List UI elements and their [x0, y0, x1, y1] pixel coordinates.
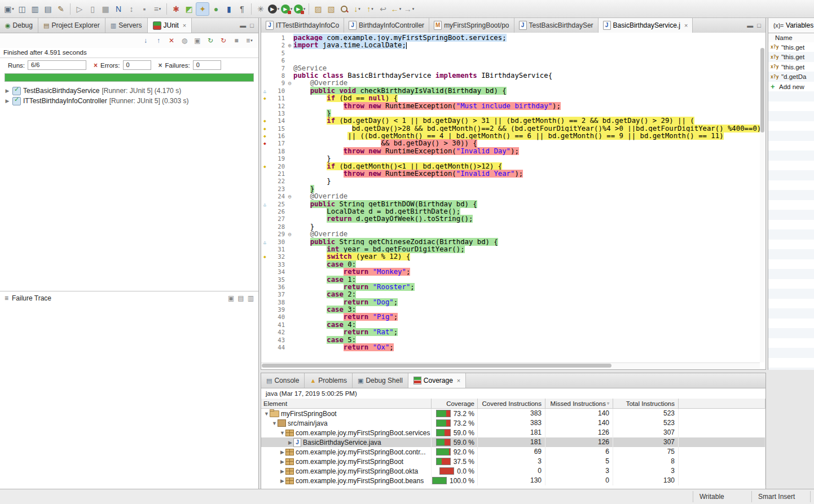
- rerun-failed-first-icon[interactable]: ↻: [218, 35, 229, 46]
- scroll-lock-icon[interactable]: ▣: [192, 35, 203, 46]
- prev-annotation-icon[interactable]: ↑▾: [364, 3, 376, 15]
- code-editor[interactable]: 1package com.example.joy.myFirstSpringBo…: [261, 33, 765, 369]
- expand-icon[interactable]: ▶: [279, 449, 285, 455]
- dropdown-arrow-icon[interactable]: ▾: [412, 7, 415, 11]
- scrollbar-thumb[interactable]: [262, 364, 611, 368]
- skip-breakpoints-icon[interactable]: ▷: [73, 3, 86, 15]
- expression-row[interactable]: x?y"d.getDa: [768, 72, 814, 82]
- edit-tool-icon[interactable]: ✎: [55, 3, 67, 15]
- collapse-icon[interactable]: ▼: [271, 421, 278, 426]
- last-edit-location-icon[interactable]: ↩: [377, 3, 389, 15]
- expand-icon[interactable]: ▶: [5, 98, 10, 104]
- run-garbage-collector-icon[interactable]: ●: [210, 3, 222, 15]
- next-failed-test-icon[interactable]: ↓: [140, 35, 151, 46]
- expand-icon[interactable]: ▶: [279, 478, 285, 484]
- open-task-icon[interactable]: ▨: [312, 3, 324, 15]
- save-icon[interactable]: ◫: [16, 3, 28, 15]
- fold-plus-icon[interactable]: ⊕: [286, 42, 293, 49]
- forward-icon[interactable]: →▾: [403, 3, 415, 15]
- test-view-menu-icon[interactable]: ≡▾: [244, 35, 255, 46]
- coverage-row[interactable]: ▼src/main/java73.2 %383140523: [261, 418, 765, 428]
- dropdown-arrow-icon[interactable]: ▾: [278, 7, 280, 11]
- search-icon[interactable]: [338, 3, 350, 15]
- next-annotation-icon[interactable]: ↓▾: [351, 3, 363, 15]
- spring-tools-icon[interactable]: ✱: [170, 3, 182, 15]
- filter-stack-trace-icon[interactable]: ▣: [228, 294, 234, 302]
- run-icon[interactable]: ▶▾: [280, 3, 293, 15]
- boot-dashboard-icon[interactable]: ◩: [183, 3, 195, 15]
- tab-problems[interactable]: ▲Problems: [305, 373, 353, 388]
- minimize-icon[interactable]: ▬: [747, 22, 753, 29]
- tab-debug-shell[interactable]: ▣Debug Shell: [353, 373, 408, 388]
- restart-icon[interactable]: ▦: [99, 3, 112, 15]
- debug-icon[interactable]: ▶▾: [267, 3, 280, 15]
- copy-trace-icon[interactable]: ▥: [248, 294, 254, 302]
- maximize-icon[interactable]: □: [757, 22, 761, 29]
- vertical-scrollbar[interactable]: [760, 48, 765, 362]
- tab-servers[interactable]: ▥Servers: [105, 18, 148, 33]
- close-tab-icon[interactable]: ×: [183, 22, 186, 29]
- tab-variables[interactable]: (x)= Variables: [768, 18, 814, 33]
- tab-birthdayinfocontroller[interactable]: JBirthdayInfoController: [344, 18, 429, 33]
- tab-project-explorer[interactable]: ▤Project Explorer: [38, 18, 105, 33]
- external-tools-icon[interactable]: ✳: [254, 3, 267, 15]
- coverage-row[interactable]: ▶com.example.joy.myFirstSpringBoot.beans…: [261, 476, 765, 485]
- column-header-coverage[interactable]: Coverage: [432, 399, 478, 408]
- previous-failed-test-icon[interactable]: ↑: [153, 35, 164, 46]
- new-icon[interactable]: ▣▾: [3, 3, 15, 15]
- stop-test-icon[interactable]: ■: [231, 35, 242, 46]
- show-failures-only-icon[interactable]: ✕: [166, 35, 177, 46]
- fold-minus-icon[interactable]: ⊖: [286, 193, 293, 200]
- coverage-row[interactable]: ▶JBasicBirthdayService.java59.0 %1811263…: [261, 437, 765, 447]
- tab-junit[interactable]: JUnit×: [148, 18, 192, 33]
- dropdown-arrow-icon[interactable]: ▾: [159, 7, 161, 11]
- coverage-row[interactable]: ▼myFirstSpringBoot73.2 %383140523: [261, 409, 765, 418]
- step-filters-icon[interactable]: ▯: [86, 3, 99, 15]
- show-whitespace-icon[interactable]: ¶: [236, 3, 248, 15]
- close-tab-icon[interactable]: ×: [457, 377, 460, 384]
- expression-row[interactable]: +Add new: [768, 82, 814, 92]
- new-server-icon[interactable]: N: [112, 3, 125, 15]
- column-header-covered-instructions[interactable]: Covered Instructions: [478, 399, 545, 408]
- dropdown-arrow-icon[interactable]: ▾: [250, 38, 253, 43]
- minimize-icon[interactable]: ▬: [240, 22, 246, 29]
- add-expression-icon[interactable]: +: [771, 83, 777, 90]
- column-header-total-instructions[interactable]: Total Instructions: [613, 399, 679, 408]
- column-header-element[interactable]: Element: [261, 399, 432, 408]
- highlight-toggle-icon[interactable]: ✦: [196, 2, 209, 16]
- fold-minus-icon[interactable]: ⊖: [286, 231, 293, 238]
- back-icon[interactable]: ←▾: [390, 3, 402, 15]
- dropdown-arrow-icon[interactable]: ▾: [12, 7, 14, 11]
- tab-coverage[interactable]: Coverage×: [408, 373, 466, 388]
- coverage-icon[interactable]: ▶▾: [293, 3, 306, 15]
- dropdown-arrow-icon[interactable]: ▾: [371, 7, 373, 11]
- tab-basicbirthdayservice-j[interactable]: JBasicBirthdayService.j×: [599, 18, 693, 33]
- expand-icon[interactable]: ▶: [287, 440, 293, 445]
- test-tree-item[interactable]: ▶TestBasicBirthdayService[Runner: JUnit …: [0, 86, 258, 96]
- server-stop-icon[interactable]: ▪: [138, 3, 151, 15]
- expression-row[interactable]: x?y"this.get: [768, 52, 814, 63]
- expand-icon[interactable]: ▶: [279, 459, 285, 465]
- coverage-row[interactable]: ▶com.example.joy.myFirstSpringBoot37.5 %…: [261, 457, 765, 466]
- coverage-row[interactable]: ▼com.example.joy.myFirstSpringBoot.servi…: [261, 428, 765, 437]
- tab-debug[interactable]: ◉Debug: [0, 18, 38, 33]
- tab-ittestbirthdayinfoco[interactable]: JITTestBirthdayInfoCo: [261, 18, 344, 33]
- scrollbar-thumb[interactable]: [760, 48, 764, 132]
- rerun-test-icon[interactable]: ↻: [205, 35, 216, 46]
- fold-minus-icon[interactable]: ⊖: [286, 79, 293, 87]
- dropdown-arrow-icon[interactable]: ▾: [358, 7, 360, 11]
- dropdown-arrow-icon[interactable]: ▾: [399, 7, 402, 11]
- maximize-icon[interactable]: □: [250, 22, 254, 29]
- close-tab-icon[interactable]: ×: [684, 22, 688, 29]
- coverage-row[interactable]: ▶com.example.joy.myFirstSpringBoot.contr…: [261, 447, 765, 457]
- import-folder-icon[interactable]: ▧: [325, 3, 337, 15]
- compare-result-icon[interactable]: ▤: [237, 294, 244, 302]
- help-book-icon[interactable]: ▮: [223, 3, 235, 15]
- column-header-missed-instructions[interactable]: Missed Instructions▿: [545, 399, 613, 408]
- print-icon[interactable]: ▤: [42, 3, 54, 15]
- tab-console[interactable]: ▤Console: [261, 373, 305, 388]
- server-sync-icon[interactable]: ↕: [125, 3, 138, 15]
- show-skipped-tests-icon[interactable]: ◍: [179, 35, 190, 46]
- save-all-icon[interactable]: ▥: [29, 3, 41, 15]
- tab-testbasicbirthdayser[interactable]: JTestBasicBirthdaySer: [514, 18, 599, 33]
